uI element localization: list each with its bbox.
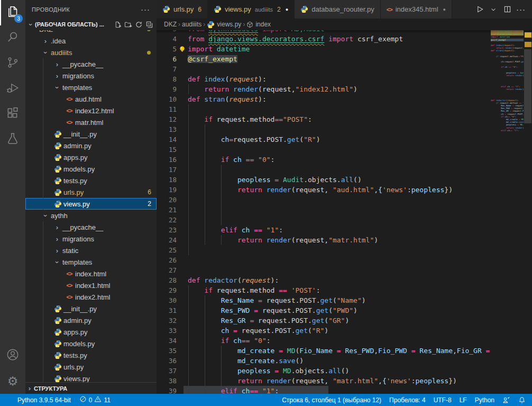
code-line-3: 3from aythh.models import MD,Audit bbox=[157, 30, 491, 34]
tree-file-__init__.py[interactable]: __init__.py bbox=[25, 128, 157, 140]
chevron-down-icon: › bbox=[42, 211, 50, 220]
new-folder-icon[interactable] bbox=[123, 19, 133, 30]
feedback-icon[interactable] bbox=[502, 396, 510, 404]
notifications-bell-icon[interactable] bbox=[518, 396, 526, 404]
refresh-icon[interactable] bbox=[133, 19, 144, 30]
explorer-sidebar: ПРОВОДНИК ··· › (РАБОЧАЯ ОБЛАСТЬ) ... ›D… bbox=[25, 0, 157, 394]
tree-folder-DKZ[interactable]: ›DKZ bbox=[25, 30, 157, 35]
breadcrumb-DKZ[interactable]: DKZ bbox=[164, 21, 177, 28]
tab-database_roouter.py[interactable]: database_roouter.py bbox=[295, 0, 381, 19]
python-file-icon bbox=[53, 317, 62, 324]
tree-item-label: index1.html bbox=[75, 282, 110, 290]
chevron-down-icon: › bbox=[30, 30, 38, 33]
activity-run-debug[interactable] bbox=[0, 76, 25, 102]
new-file-icon[interactable] bbox=[112, 19, 123, 30]
tab-urls.py[interactable]: urls.py6 bbox=[157, 0, 208, 19]
tree-item-label: templates bbox=[62, 258, 92, 266]
code-line-20: 20 bbox=[157, 195, 491, 205]
split-editor-icon[interactable] bbox=[501, 4, 513, 15]
html-file-icon: <> bbox=[65, 294, 74, 300]
line-number: 33 bbox=[157, 326, 177, 336]
tree-folder-templates[interactable]: ›templates bbox=[25, 256, 157, 268]
tree-folder-audiiits[interactable]: ›audiiits bbox=[25, 47, 157, 58]
python-interpreter[interactable]: Python 3.9.5 64-bit bbox=[17, 396, 71, 404]
tree-folder-aythh[interactable]: ›aythh bbox=[25, 210, 157, 221]
html-file-icon: <> bbox=[65, 107, 74, 114]
tree-item-label: __init__.py bbox=[63, 130, 97, 138]
status-bar: Python 3.9.5 64-bit 0 11 Строка 6, столб… bbox=[0, 394, 532, 406]
code-line-28: 28def redactor(request): bbox=[157, 275, 491, 285]
activity-testing[interactable] bbox=[0, 127, 25, 152]
tree-folder-templates[interactable]: ›templates bbox=[25, 82, 157, 93]
encoding[interactable]: UTF-8 bbox=[434, 396, 452, 404]
workspace-label: (РАБОЧАЯ ОБЛАСТЬ) ... bbox=[35, 21, 112, 28]
problems-badge: 2 bbox=[148, 200, 151, 207]
workspace-section-header[interactable]: › (РАБОЧАЯ ОБЛАСТЬ) ... bbox=[25, 19, 157, 30]
breadcrumb-audiiits[interactable]: audiiits bbox=[182, 21, 201, 28]
tree-item-label: index2.html bbox=[75, 293, 110, 301]
tree-folder-__pycache__[interactable]: ›__pycache__ bbox=[25, 221, 157, 233]
scrollbar[interactable] bbox=[524, 30, 532, 394]
activity-explorer[interactable]: 3 bbox=[0, 0, 25, 25]
tree-folder-migrations[interactable]: ›migrations bbox=[25, 70, 157, 82]
warning-count: 11 bbox=[104, 396, 110, 404]
tree-file-apps.py[interactable]: apps.py bbox=[25, 151, 157, 163]
settings-button[interactable]: ⚙ bbox=[0, 368, 25, 394]
tree-folder-static[interactable]: ›static bbox=[25, 245, 157, 256]
python-file-icon bbox=[53, 177, 62, 185]
eol-sequence[interactable]: LF bbox=[460, 396, 467, 404]
tree-file-tests.py[interactable]: tests.py bbox=[25, 349, 157, 361]
problems-indicator[interactable]: 0 11 bbox=[79, 395, 111, 404]
run-dropdown-chevron-icon[interactable] bbox=[488, 4, 499, 15]
tree-file-views.py[interactable]: views.py bbox=[25, 373, 157, 382]
tree-file-index1.html[interactable]: <>index1.html bbox=[25, 279, 157, 291]
tab-views.py[interactable]: views.pyaudiiits2● bbox=[208, 0, 295, 19]
tree-file-urls.py[interactable]: urls.py6 bbox=[25, 186, 157, 198]
breadcrumb-index[interactable]: index bbox=[246, 21, 271, 28]
tree-folder-migrations[interactable]: ›migrations bbox=[25, 233, 157, 245]
run-button[interactable] bbox=[474, 4, 485, 15]
tree-file-index2.html[interactable]: <>index2.html bbox=[25, 291, 157, 303]
code-line-12: 12 if request.method=="POST": bbox=[157, 114, 491, 124]
tree-file-aud.html[interactable]: <>aud.html bbox=[25, 93, 157, 105]
minimap[interactable]: from aythh.models import MD,Auditfrom dj… bbox=[491, 30, 524, 394]
tree-file-views.py[interactable]: views.py2 bbox=[25, 198, 157, 210]
tree-folder-__pycache__[interactable]: ›__pycache__ bbox=[25, 58, 157, 70]
activity-search[interactable] bbox=[0, 25, 25, 51]
activity-extensions[interactable] bbox=[0, 102, 25, 127]
chevron-right-icon: › bbox=[53, 223, 61, 231]
tree-file-matr.html[interactable]: <>matr.html bbox=[25, 116, 157, 128]
breadcrumb-views.py[interactable]: views.py bbox=[207, 21, 241, 29]
tree-file-admin.py[interactable]: admin.py bbox=[25, 314, 157, 326]
chevron-right-icon: › bbox=[25, 384, 34, 392]
html-file-icon: <> bbox=[65, 119, 74, 125]
tab-index345.html[interactable]: <>index345.html● bbox=[381, 0, 452, 19]
tree-file-models.py[interactable]: models.py bbox=[25, 163, 157, 175]
indentation[interactable]: Пробелов: 4 bbox=[389, 396, 426, 404]
tree-file-models.py[interactable]: models.py bbox=[25, 338, 157, 349]
tree-file-tests.py[interactable]: tests.py bbox=[25, 175, 157, 186]
tree-folder-.idea[interactable]: ›.idea bbox=[25, 35, 157, 47]
code-editor[interactable]: 3from aythh.models import MD,Audit4from … bbox=[157, 30, 491, 394]
tree-file-index12.html[interactable]: <>index12.html bbox=[25, 105, 157, 116]
line-number: 22 bbox=[157, 215, 177, 225]
code-line-32: 32 Res_GR = request.POST.get("GR") bbox=[157, 315, 491, 326]
language-mode[interactable]: Python bbox=[475, 396, 494, 404]
collapse-all-icon[interactable] bbox=[144, 19, 154, 30]
breadcrumb-label: views.py bbox=[217, 21, 241, 28]
account-button[interactable] bbox=[0, 343, 25, 368]
tree-file-__init__.py[interactable]: __init__.py bbox=[25, 303, 157, 314]
cursor-position[interactable]: Строка 6, столбец 1 (выбрано 12) bbox=[282, 396, 381, 404]
more-actions-icon[interactable]: ··· bbox=[515, 4, 527, 15]
outline-section-header[interactable]: › СТРУКТУРА bbox=[25, 382, 157, 394]
tree-item-label: index12.html bbox=[75, 107, 114, 115]
tree-file-urls.py[interactable]: urls.py bbox=[25, 361, 157, 373]
tree-file-index.html[interactable]: <>index.html bbox=[25, 268, 157, 279]
line-number: 27 bbox=[157, 265, 177, 275]
activity-source-control[interactable] bbox=[0, 51, 25, 76]
tree-file-admin.py[interactable]: admin.py bbox=[25, 140, 157, 151]
tree-file-apps.py[interactable]: apps.py bbox=[25, 326, 157, 338]
views-more-actions-icon[interactable]: ··· bbox=[141, 5, 150, 14]
lightbulb-icon[interactable] bbox=[179, 46, 186, 52]
scrollbar-slider[interactable] bbox=[524, 49, 531, 123]
